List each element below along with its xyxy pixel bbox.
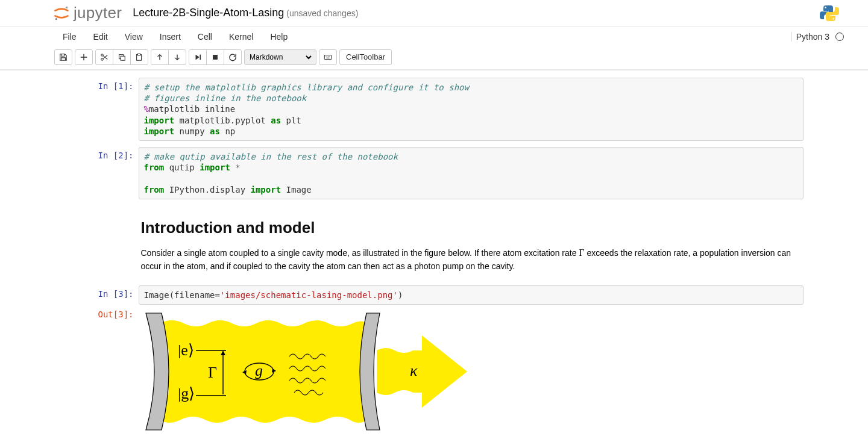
insert-cell-button[interactable]	[75, 49, 93, 65]
scissors-icon	[100, 53, 108, 61]
output-prompt: Out[3]:	[65, 306, 139, 437]
menu-kernel[interactable]: Kernel	[221, 30, 262, 44]
command-palette-button[interactable]	[319, 49, 337, 65]
step-forward-icon	[193, 53, 202, 61]
menu-insert[interactable]: Insert	[151, 30, 189, 44]
svg-rect-12	[324, 55, 331, 59]
svg-point-2	[825, 7, 826, 8]
menu-edit[interactable]: Edit	[85, 30, 116, 44]
code-input[interactable]: # setup the matplotlib graphics library …	[139, 78, 804, 141]
kernel-indicator-icon[interactable]	[835, 33, 844, 41]
restart-button[interactable]	[224, 49, 242, 65]
move-up-button[interactable]	[151, 49, 169, 65]
diagram-kappa-label: κ	[410, 362, 418, 379]
diagram-g-coupling-label: g	[255, 362, 263, 379]
notebook-name[interactable]: Lecture-2B-Single-Atom-Lasing	[133, 7, 284, 19]
heading-introduction: Introduction and model	[141, 219, 801, 237]
code-input[interactable]: Image(filename='images/schematic-lasing-…	[139, 285, 804, 305]
move-down-button[interactable]	[168, 49, 186, 65]
cell-type-dropdown[interactable]: Code Markdown Raw NBConvert Heading	[247, 50, 313, 64]
run-button[interactable]	[189, 49, 207, 65]
code-cell[interactable]: In [3]: Image(filename='images/schematic…	[65, 285, 804, 305]
notebook-header: jupyter Lecture-2B-Single-Atom-Lasing (u…	[0, 0, 868, 26]
interrupt-button[interactable]	[206, 49, 224, 65]
notebook-container: In [1]: # setup the matplotlib graphics …	[59, 70, 810, 448]
cut-button[interactable]	[95, 49, 113, 65]
input-prompt: In [3]:	[65, 285, 139, 305]
diagram-gamma-label: Γ	[208, 364, 217, 381]
menu-file[interactable]: File	[54, 30, 85, 44]
svg-rect-7	[121, 56, 125, 60]
code-cell[interactable]: In [1]: # setup the matplotlib graphics …	[65, 78, 804, 141]
menu-cell[interactable]: Cell	[189, 30, 221, 44]
lasing-schematic-image: |e⟩ |g⟩ Γ g κ	[139, 308, 467, 435]
svg-point-1	[55, 18, 57, 20]
keyboard-icon	[324, 53, 332, 61]
toolbar: Code Markdown Raw NBConvert Heading Cell…	[0, 47, 868, 70]
jupyter-logo-icon	[53, 5, 70, 22]
unsaved-indicator: (unsaved changes)	[286, 8, 358, 18]
arrow-up-icon	[156, 53, 164, 61]
paste-icon	[135, 53, 143, 61]
kernel-name[interactable]: Python 3	[791, 32, 829, 42]
intro-paragraph: Consider a single atom coupled to a sing…	[141, 246, 801, 273]
svg-rect-9	[137, 54, 140, 55]
celltoolbar-button[interactable]: CellToolbar	[339, 49, 392, 65]
copy-button[interactable]	[113, 49, 131, 65]
svg-point-0	[66, 6, 68, 8]
diagram-e-label: |e⟩	[178, 341, 194, 359]
save-button[interactable]	[54, 49, 72, 65]
save-icon	[59, 53, 68, 61]
menu-help[interactable]: Help	[262, 30, 296, 44]
paste-button[interactable]	[130, 49, 148, 65]
menu-view[interactable]: View	[116, 30, 151, 44]
output-cell: Out[3]: |e⟩ |g⟩ Γ	[65, 306, 804, 437]
menubar: File Edit View Insert Cell Kernel Help P…	[0, 26, 868, 47]
markdown-prompt	[65, 205, 139, 279]
svg-rect-10	[200, 54, 201, 60]
svg-point-3	[832, 18, 834, 20]
plus-icon	[80, 53, 88, 61]
code-input[interactable]: # make qutip available in the rest of th…	[139, 147, 804, 199]
input-prompt: In [1]:	[65, 78, 139, 141]
python-logo-icon	[820, 4, 839, 23]
jupyter-logo-text: jupyter	[74, 4, 122, 22]
copy-icon	[118, 53, 126, 61]
cell-type-select[interactable]: Code Markdown Raw NBConvert Heading	[244, 49, 316, 65]
markdown-cell[interactable]: Introduction and model Consider a single…	[65, 205, 804, 279]
code-cell[interactable]: In [2]: # make qutip available in the re…	[65, 147, 804, 199]
arrow-down-icon	[173, 53, 181, 61]
svg-rect-11	[213, 55, 218, 60]
diagram-g-label: |g⟩	[178, 385, 195, 402]
input-prompt: In [2]:	[65, 147, 139, 199]
stop-icon	[211, 53, 219, 61]
jupyter-logo[interactable]: jupyter	[53, 4, 122, 22]
repeat-icon	[228, 53, 237, 61]
